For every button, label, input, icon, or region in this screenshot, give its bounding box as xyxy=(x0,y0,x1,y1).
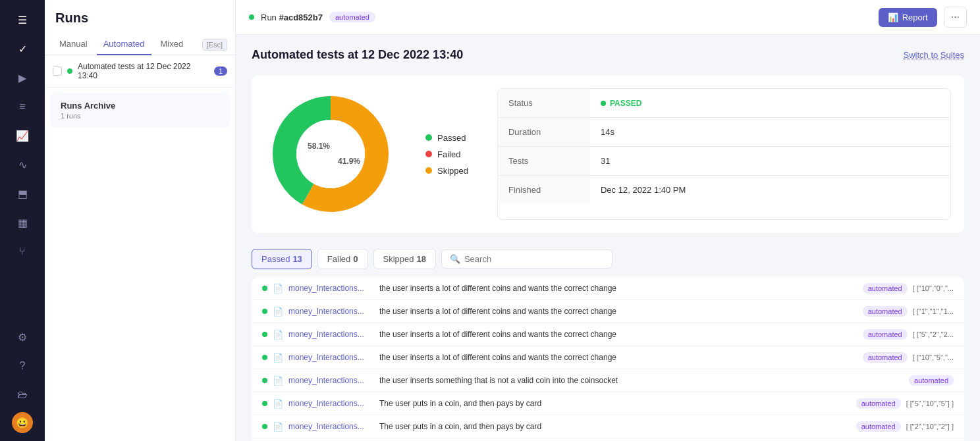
test-description: the user inserts a lot of different coin… xyxy=(379,353,858,362)
filter-passed-button[interactable]: Passed13 xyxy=(252,249,312,269)
report-button[interactable]: 📊 Report xyxy=(879,8,937,27)
gear-icon[interactable]: ⚙ xyxy=(11,325,34,349)
run-automated-badge: automated xyxy=(329,12,375,22)
tab-mixed[interactable]: Mixed xyxy=(154,34,190,55)
sidebar: ☰ ✓ ▶ ≡ 📈 ∿ ⬒ ▦ ⑂ ⚙ ? 🗁 😀 xyxy=(0,0,45,441)
more-button[interactable]: ··· xyxy=(944,7,967,28)
status-label: Status xyxy=(498,89,590,117)
run-item-badge: 1 xyxy=(214,66,227,76)
test-row[interactable]: 📄 money_Interactions... the user inserts… xyxy=(252,369,964,392)
chart-line-icon[interactable]: 📈 xyxy=(11,124,34,147)
test-row[interactable]: 📄 money_Interactions... the user inserts… xyxy=(252,346,964,369)
main-body: Automated tests at 12 Dec 2022 13:40 Swi… xyxy=(236,35,980,441)
tab-automated[interactable]: Automated xyxy=(97,34,151,55)
folder-icon[interactable]: 🗁 xyxy=(11,383,34,407)
test-status-dot xyxy=(262,424,267,429)
test-params: [ ["1","1","1... xyxy=(913,307,954,315)
file-icon: 📄 xyxy=(273,330,283,340)
search-input[interactable] xyxy=(464,254,604,264)
filter-skipped-count: 18 xyxy=(416,254,425,264)
filter-bar: Passed13 Failed0 Skipped18 🔍 xyxy=(252,249,964,269)
test-params: [ ["10","5","... xyxy=(913,353,954,361)
test-description: The user puts in a coin, and then pays b… xyxy=(379,422,851,431)
run-item-label: Automated tests at 12 Dec 2022 13:40 xyxy=(78,62,209,80)
test-params: [ ["2","10","2"] ] xyxy=(906,423,954,430)
test-automated-tag: automated xyxy=(856,398,901,409)
run-id-value: #acd852b7 xyxy=(279,13,323,22)
test-name: money_Interactions... xyxy=(288,399,374,408)
tab-manual[interactable]: Manual xyxy=(53,34,94,55)
filter-skipped-button[interactable]: Skipped18 xyxy=(373,249,436,269)
test-name: money_Interactions... xyxy=(288,284,374,293)
archive-subtitle: 1 runs xyxy=(61,112,219,120)
test-status-dot xyxy=(262,286,267,291)
test-description: The user puts in a coin, and then pays b… xyxy=(379,399,851,408)
file-icon: 📄 xyxy=(273,422,283,432)
passed-dot xyxy=(425,134,432,141)
info-row-duration: Duration 14s xyxy=(498,118,950,147)
duration-value: 14s xyxy=(590,118,950,146)
finished-label: Finished xyxy=(498,176,590,204)
branch-icon[interactable]: ⑂ xyxy=(11,240,34,263)
hamburger-icon[interactable]: ☰ xyxy=(11,8,34,32)
test-name: money_Interactions... xyxy=(288,330,374,339)
test-row[interactable]: 📄 money_Interactions... the user inserts… xyxy=(252,323,964,346)
legend-skipped: Skipped xyxy=(425,166,468,176)
archive-section[interactable]: Runs Archive 1 runs xyxy=(50,93,230,128)
test-row[interactable]: 📄 money_Interactions... The user puts in… xyxy=(252,415,964,438)
esc-badge[interactable]: [Esc] xyxy=(202,39,227,51)
duration-label: Duration xyxy=(498,118,590,146)
switch-suites-link[interactable]: Switch to Suites xyxy=(904,50,965,60)
inbox-icon[interactable]: ⬒ xyxy=(11,182,34,205)
bar-chart-icon[interactable]: ▦ xyxy=(11,211,34,234)
run-checkbox[interactable] xyxy=(53,66,62,76)
test-row[interactable]: 📄 money_Interactions... The user puts in… xyxy=(252,392,964,415)
run-list-item[interactable]: Automated tests at 12 Dec 2022 13:40 1 xyxy=(45,55,235,88)
main-content: Run #acd852b7 automated 📊 Report ··· Aut… xyxy=(236,0,980,441)
test-row[interactable]: 📄 money_Interactions... The user puts in… xyxy=(252,438,964,441)
tabs-row: Manual Automated Mixed [Esc] xyxy=(45,34,235,55)
list-icon[interactable]: ≡ xyxy=(11,95,34,118)
test-row[interactable]: 📄 money_Interactions... the user inserts… xyxy=(252,277,964,300)
archive-title: Runs Archive xyxy=(61,101,219,111)
test-status-dot xyxy=(262,332,267,337)
test-automated-tag: automated xyxy=(856,421,901,432)
filter-passed-count: 13 xyxy=(292,254,302,264)
test-automated-tag: automated xyxy=(863,283,908,294)
test-params: [ ["5","2","2... xyxy=(913,330,954,338)
run-label-text: Run xyxy=(261,13,279,22)
filter-failed-label: Failed xyxy=(327,254,350,264)
play-icon[interactable]: ▶ xyxy=(11,66,34,90)
run-dot xyxy=(67,68,72,74)
test-name: money_Interactions... xyxy=(288,307,374,316)
test-list: 📄 money_Interactions... the user inserts… xyxy=(252,277,964,441)
file-icon: 📄 xyxy=(273,353,283,363)
avatar[interactable]: 😀 xyxy=(12,412,33,433)
report-icon: 📊 xyxy=(888,13,898,22)
status-dot xyxy=(601,101,606,106)
report-label: Report xyxy=(902,13,928,22)
legend-failed-label: Failed xyxy=(437,149,460,159)
legend-passed: Passed xyxy=(425,133,468,143)
tests-label: Tests xyxy=(498,147,590,175)
test-description: the user inserts a lot of different coin… xyxy=(379,284,858,293)
filter-passed-label: Passed xyxy=(261,254,290,264)
legend-skipped-label: Skipped xyxy=(437,166,468,176)
filter-failed-button[interactable]: Failed0 xyxy=(317,249,368,269)
test-description: the user inserts a lot of different coin… xyxy=(379,330,858,339)
filter-failed-count: 0 xyxy=(353,254,358,264)
check-icon[interactable]: ✓ xyxy=(11,37,34,61)
activity-icon[interactable]: ∿ xyxy=(11,153,34,176)
legend-box: Passed Failed Skipped xyxy=(412,88,481,220)
skipped-dot xyxy=(425,167,432,174)
test-row[interactable]: 📄 money_Interactions... the user inserts… xyxy=(252,300,964,323)
run-id-label: Run #acd852b7 xyxy=(261,13,323,22)
test-status-dot xyxy=(262,309,267,314)
test-automated-tag: automated xyxy=(863,306,908,317)
failed-dot xyxy=(425,151,432,157)
test-name: money_Interactions... xyxy=(288,353,374,362)
question-icon[interactable]: ? xyxy=(11,354,34,378)
info-table: Status PASSED Duration 14s Tests 31 Fini… xyxy=(497,88,951,220)
test-automated-tag: automated xyxy=(909,375,954,386)
search-box[interactable]: 🔍 xyxy=(441,249,612,269)
